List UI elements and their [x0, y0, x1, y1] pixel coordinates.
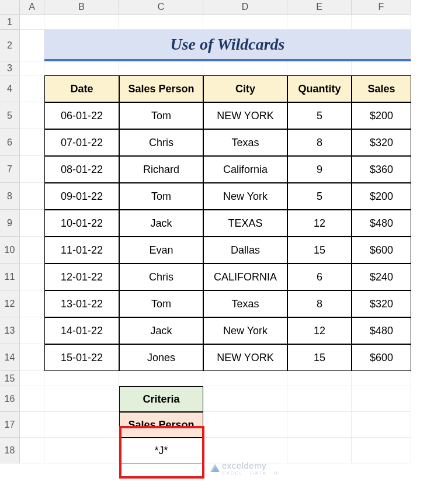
- table-cell-city[interactable]: NEW YORK: [203, 102, 287, 129]
- cell[interactable]: [203, 61, 287, 75]
- cell[interactable]: [203, 371, 287, 386]
- cell[interactable]: [352, 15, 411, 30]
- cell[interactable]: [44, 15, 119, 30]
- table-cell-city[interactable]: New York: [203, 317, 287, 344]
- cell[interactable]: [119, 371, 203, 386]
- table-cell-qty[interactable]: 5: [287, 102, 352, 129]
- cell[interactable]: [352, 438, 411, 463]
- table-cell-person[interactable]: Tom: [119, 183, 203, 210]
- row-header-7[interactable]: 7: [0, 156, 20, 183]
- col-header-e[interactable]: E: [287, 0, 352, 15]
- cell[interactable]: [20, 371, 44, 386]
- cell[interactable]: [20, 412, 44, 438]
- row-header-5[interactable]: 5: [0, 102, 20, 129]
- table-header-city[interactable]: City: [203, 75, 287, 102]
- table-header-person[interactable]: Sales Person: [119, 75, 203, 102]
- select-all-corner[interactable]: [0, 0, 20, 15]
- table-cell-date[interactable]: 12-01-22: [44, 264, 119, 290]
- criteria-title[interactable]: Criteria: [119, 386, 203, 412]
- cell[interactable]: [203, 386, 287, 412]
- table-cell-qty[interactable]: 15: [287, 344, 352, 371]
- row-header-16[interactable]: 16: [0, 386, 20, 412]
- cell[interactable]: [20, 237, 44, 264]
- cell[interactable]: [20, 102, 44, 129]
- table-cell-city[interactable]: New York: [203, 183, 287, 210]
- table-cell-qty[interactable]: 12: [287, 317, 352, 344]
- table-cell-qty[interactable]: 5: [287, 183, 352, 210]
- table-cell-person[interactable]: Richard: [119, 156, 203, 183]
- table-cell-qty[interactable]: 6: [287, 264, 352, 290]
- cell[interactable]: [20, 317, 44, 344]
- row-header-14[interactable]: 14: [0, 344, 20, 371]
- cell[interactable]: [20, 61, 44, 75]
- table-cell-sales[interactable]: $200: [352, 183, 411, 210]
- col-header-d[interactable]: D: [203, 0, 287, 15]
- row-header-18[interactable]: 18: [0, 438, 20, 463]
- table-cell-date[interactable]: 15-01-22: [44, 344, 119, 371]
- criteria-header[interactable]: Sales Person: [119, 412, 203, 438]
- row-header-2[interactable]: 2: [0, 30, 20, 61]
- row-header-12[interactable]: 12: [0, 290, 20, 317]
- table-cell-date[interactable]: 14-01-22: [44, 317, 119, 344]
- table-header-qty[interactable]: Quantity: [287, 75, 352, 102]
- table-cell-date[interactable]: 07-01-22: [44, 129, 119, 156]
- cell[interactable]: [203, 438, 287, 463]
- table-cell-date[interactable]: 11-01-22: [44, 237, 119, 264]
- table-cell-city[interactable]: Texas: [203, 290, 287, 317]
- row-header-15[interactable]: 15: [0, 371, 20, 386]
- cell[interactable]: [20, 183, 44, 210]
- table-cell-person[interactable]: Tom: [119, 290, 203, 317]
- table-cell-city[interactable]: California: [203, 156, 287, 183]
- table-cell-sales[interactable]: $320: [352, 290, 411, 317]
- row-header-10[interactable]: 10: [0, 237, 20, 264]
- cell[interactable]: [44, 61, 119, 75]
- cell[interactable]: [119, 15, 203, 30]
- cell[interactable]: [287, 438, 352, 463]
- title-cell[interactable]: Use of Wildcards: [44, 30, 411, 61]
- table-cell-sales[interactable]: $480: [352, 210, 411, 237]
- table-cell-date[interactable]: 08-01-22: [44, 156, 119, 183]
- cell[interactable]: [20, 210, 44, 237]
- cell[interactable]: [20, 15, 44, 30]
- table-cell-city[interactable]: NEW YORK: [203, 344, 287, 371]
- table-cell-sales[interactable]: $360: [352, 156, 411, 183]
- cell[interactable]: [203, 412, 287, 438]
- cell[interactable]: [203, 15, 287, 30]
- table-cell-sales[interactable]: $200: [352, 102, 411, 129]
- col-header-f[interactable]: F: [352, 0, 411, 15]
- table-cell-person[interactable]: Jack: [119, 317, 203, 344]
- cell[interactable]: [287, 386, 352, 412]
- table-header-sales[interactable]: Sales: [352, 75, 411, 102]
- table-cell-person[interactable]: Chris: [119, 129, 203, 156]
- cell[interactable]: [44, 412, 119, 438]
- table-cell-city[interactable]: Texas: [203, 129, 287, 156]
- cell[interactable]: [352, 61, 411, 75]
- cell[interactable]: [287, 371, 352, 386]
- table-cell-city[interactable]: TEXAS: [203, 210, 287, 237]
- criteria-value[interactable]: *J*: [119, 438, 203, 463]
- table-cell-city[interactable]: Dallas: [203, 237, 287, 264]
- cell[interactable]: [20, 129, 44, 156]
- table-cell-date[interactable]: 13-01-22: [44, 290, 119, 317]
- table-cell-qty[interactable]: 15: [287, 237, 352, 264]
- table-cell-qty[interactable]: 9: [287, 156, 352, 183]
- table-cell-qty[interactable]: 8: [287, 129, 352, 156]
- row-header-9[interactable]: 9: [0, 210, 20, 237]
- cell[interactable]: [20, 156, 44, 183]
- row-header-4[interactable]: 4: [0, 75, 20, 102]
- table-cell-sales[interactable]: $320: [352, 129, 411, 156]
- cell[interactable]: [352, 412, 411, 438]
- table-cell-person[interactable]: Jack: [119, 210, 203, 237]
- row-header-6[interactable]: 6: [0, 129, 20, 156]
- cell[interactable]: [20, 290, 44, 317]
- table-cell-person[interactable]: Evan: [119, 237, 203, 264]
- table-cell-date[interactable]: 10-01-22: [44, 210, 119, 237]
- cell[interactable]: [20, 75, 44, 102]
- cell[interactable]: [20, 386, 44, 412]
- row-header-8[interactable]: 8: [0, 183, 20, 210]
- cell[interactable]: [20, 438, 44, 463]
- cell[interactable]: [287, 61, 352, 75]
- table-cell-sales[interactable]: $480: [352, 317, 411, 344]
- cell[interactable]: [287, 15, 352, 30]
- table-cell-person[interactable]: Jones: [119, 344, 203, 371]
